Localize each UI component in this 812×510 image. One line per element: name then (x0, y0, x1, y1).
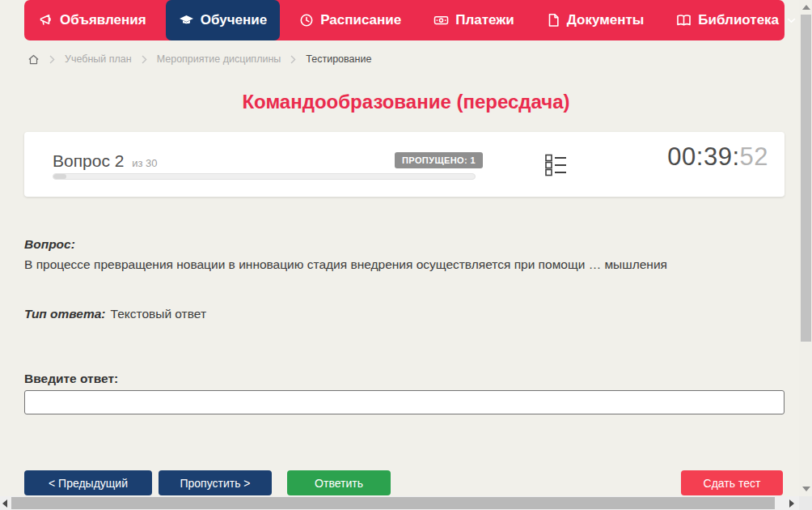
banknote-icon (433, 13, 449, 28)
nav-item-payments[interactable]: Платежи (421, 0, 527, 40)
progress-fill (53, 174, 66, 179)
scroll-left-arrow-icon[interactable] (2, 499, 7, 508)
answer-type-label: Тип ответа: (24, 307, 106, 321)
nav-item-library[interactable]: Библиотека (663, 0, 809, 40)
chevron-right-icon (49, 55, 55, 64)
breadcrumb-item-discipline-event[interactable]: Мероприятие дисциплины (157, 53, 281, 65)
chevron-right-icon (142, 55, 147, 64)
answer-type-value: Текстовый ответ (111, 307, 206, 321)
answer-button[interactable]: Ответить (287, 470, 391, 495)
chevron-right-icon (290, 55, 296, 64)
nav-item-schedule[interactable]: Расписание (286, 0, 414, 40)
clock-icon (299, 13, 314, 28)
scroll-up-arrow-icon[interactable] (802, 5, 810, 10)
timer: 00:39:52 (667, 142, 768, 172)
skip-button[interactable]: Пропустить > (159, 470, 272, 495)
nav-item-education[interactable]: Обучение (166, 0, 280, 40)
nav-item-label: Объявления (60, 12, 146, 28)
submit-test-button[interactable]: Сдать тест (681, 470, 783, 495)
nav-item-documents[interactable]: Документы (534, 0, 658, 40)
question-text: В процессе превращения новации в инновац… (24, 257, 776, 272)
question-number-label: Вопрос 2 (53, 151, 124, 170)
breadcrumb-item-testing: Тестирование (306, 53, 371, 65)
scroll-down-arrow-icon[interactable] (802, 487, 810, 491)
timer-hours-minutes: 00:39: (667, 142, 739, 171)
page-title: Командообразование (пересдача) (0, 91, 812, 113)
skipped-badge: ПРОПУЩЕНО: 1 (395, 152, 483, 168)
breadcrumb: Учебный план Мероприятие дисциплины Тест… (27, 51, 371, 67)
nav-item-label: Библиотека (698, 12, 779, 28)
document-icon (547, 13, 560, 28)
main-nav: Объявления Обучение Расписание (24, 0, 785, 40)
nav-item-announcements[interactable]: Объявления (26, 0, 159, 40)
answer-input[interactable] (24, 390, 785, 414)
nav-item-label: Обучение (201, 12, 267, 28)
breadcrumb-item-study-plan[interactable]: Учебный план (65, 53, 132, 65)
answer-type-row: Тип ответа:Текстовый ответ (24, 307, 206, 321)
question-number: Вопрос 2 из 30 (53, 151, 158, 171)
scrollbar-corner (799, 496, 812, 510)
screen: Объявления Обучение Расписание (0, 0, 812, 510)
timer-seconds: 52 (740, 142, 768, 171)
nav-item-label: Платежи (455, 12, 514, 28)
answer-input-label: Введите ответ: (24, 372, 118, 386)
nav-item-label: Документы (567, 12, 645, 28)
question-progress-bar (53, 173, 476, 180)
megaphone-icon (39, 13, 53, 28)
question-heading: Вопрос: (24, 237, 75, 252)
question-header-card: Вопрос 2 из 30 ПРОПУЩЕНО: 1 00:39:52 (24, 132, 785, 197)
horizontal-scrollbar-thumb[interactable] (11, 497, 775, 509)
vertical-scrollbar-thumb[interactable] (801, 15, 811, 342)
horizontal-scrollbar[interactable] (0, 496, 799, 510)
scroll-right-arrow-icon[interactable] (789, 499, 794, 508)
nav-item-label: Расписание (320, 12, 401, 28)
book-icon (676, 13, 691, 28)
vertical-scrollbar[interactable] (799, 0, 812, 496)
home-icon[interactable] (27, 53, 40, 66)
previous-button[interactable]: < Предыдущий (24, 470, 152, 495)
question-total: из 30 (132, 157, 157, 169)
graduation-cap-icon (179, 13, 194, 28)
chevron-down-icon (787, 18, 796, 23)
question-list-icon[interactable] (545, 154, 567, 180)
